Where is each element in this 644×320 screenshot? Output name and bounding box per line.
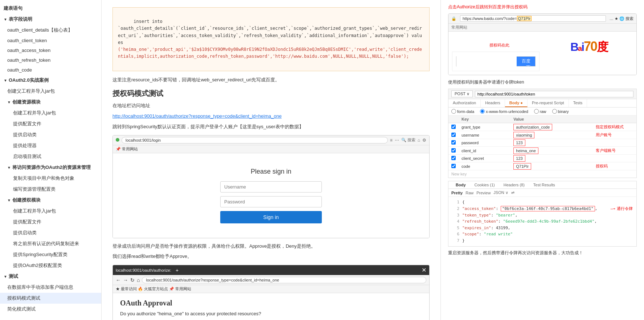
value-client-id[interactable]: heima_one — [513, 147, 538, 154]
row-ann-pass — [593, 139, 636, 147]
value-username[interactable]: xiaoming — [513, 132, 534, 138]
table-row: password 123 — [448, 139, 636, 147]
sidebar-item-qidongxm[interactable]: 启动项目测试 — [0, 151, 101, 162]
username-input[interactable] — [220, 181, 322, 193]
code-line1: insert into — [134, 19, 162, 24]
sidebar-item-shouquanmashice[interactable]: 授权码模式测试 — [0, 293, 101, 304]
close-tab-icon[interactable]: ✕ — [422, 267, 426, 274]
sidebar-item-zaishujuku[interactable]: 在数据库中手动添加客户端信息 — [0, 282, 101, 293]
subtab-pretty[interactable]: Pretty — [451, 191, 463, 195]
sidebar-toggle-biaozishuoming[interactable]: ▼ 表字段说明 — [0, 14, 101, 25]
back-icon[interactable]: ← — [116, 277, 121, 283]
tab-tests[interactable]: Tests — [569, 99, 587, 107]
tab-body[interactable]: Body ● — [505, 99, 528, 107]
sidebar-item-chuangjianfugong[interactable]: 创建父工程并导入jar包 — [0, 86, 101, 97]
browser-url-login[interactable]: localhost:9001/login — [122, 137, 388, 143]
baidu-search-button[interactable]: 百度一下 — [517, 57, 535, 66]
reload-icon[interactable]: ↻ — [130, 277, 135, 283]
sidebar-item-cjsq-oauth2peizhi[interactable]: 提供OAuth2授权配置类 — [0, 260, 101, 271]
chevron-down-icon: ▼ — [7, 100, 11, 104]
json-token-type: "token_type": "bearer", — [462, 212, 517, 219]
tab-pre-request[interactable]: Pre-request Script — [528, 99, 569, 107]
chevron-down-icon: ▼ — [4, 17, 7, 21]
checkbox-username[interactable] — [451, 133, 456, 137]
checkbox-client-secret[interactable] — [451, 156, 456, 160]
radio-form-data-input[interactable] — [451, 109, 456, 114]
sidebar-toggle-jiangyifang[interactable]: ▼ 将访问资源作为OAuth2的资源来管理 — [0, 162, 101, 173]
sidebar-item-cjsq-peizhi[interactable]: 提供配置文件 — [0, 216, 101, 227]
tab-headers[interactable]: Headers — [481, 99, 505, 107]
sidebar-item-jianbiaoyu[interactable]: 建表语句 — [0, 3, 101, 14]
sidebar-item-bianxiepeizhi[interactable]: 编写资源管理配置类 — [0, 184, 101, 195]
radio-raw[interactable]: raw — [534, 109, 546, 114]
sidebar-item-fuzhitianyong[interactable]: 复制天项目中用户和角色对象 — [0, 173, 101, 184]
browser-address-bar[interactable]: localhost:9001/oauth/authorize?response_… — [142, 277, 426, 283]
radio-binary-input[interactable] — [552, 109, 557, 114]
row-ann-csec — [593, 155, 636, 162]
result-tab-tests[interactable]: Test Results — [529, 181, 559, 189]
sidebar-item-tigongqidong[interactable]: 提供启动类 — [0, 129, 101, 140]
radio-form-data[interactable]: form-data — [451, 109, 474, 114]
value-grant[interactable]: authorization_code — [513, 124, 552, 130]
value-client-secret[interactable]: 123 — [513, 155, 525, 162]
lock-icon: 🔒 — [451, 16, 456, 21]
sidebar-item-cjsq-jar[interactable]: 创建工程并导入jar包 — [0, 206, 101, 216]
subtab-preview[interactable]: Preview — [476, 191, 491, 195]
sidebar-item-oauth-code[interactable]: oauth_code — [0, 65, 101, 75]
password-input[interactable] — [220, 196, 322, 207]
json-refresh-token: "refresh_token": "6eeed97e-ddd3-4c9b-99a… — [462, 218, 597, 225]
sidebar-toggle-chuangjianziyuan[interactable]: ▼ 创建资源模块 — [0, 97, 101, 108]
sidebar-item-cjzyms-jar[interactable]: 创建工程并导入jar包 — [0, 108, 101, 118]
baidu-url-bar[interactable]: https://www.baidu.com/?code=Q71PIr — [460, 15, 606, 22]
json-access-token: "access_token": "0bf6ce3a-146f-40c7-95ab… — [462, 206, 608, 212]
new-key-row[interactable]: New key — [448, 170, 636, 178]
sidebar-toggle-oauth2[interactable]: ▼ OAuth2.0实战案例 — [0, 75, 101, 86]
add-tab-icon[interactable]: + — [176, 267, 179, 273]
sidebar-item-tigongpeizhiwj[interactable]: 提供配置文件 — [0, 118, 101, 129]
sidebar-item-jianhuamoshi[interactable]: 简化模式测试 — [0, 304, 101, 315]
auth-url-link[interactable]: http://localhost:9001/oauth/authorize?re… — [112, 113, 282, 119]
checkbox-client-id[interactable] — [451, 148, 456, 153]
value-code[interactable]: Q71PIr — [513, 163, 531, 170]
home-icon2[interactable]: ⌂ — [137, 277, 140, 283]
sidebar-item-cjsq-springsecurity[interactable]: 提供SpringSecurity配置类 — [0, 249, 101, 260]
forward-icon[interactable]: → — [123, 277, 128, 283]
sidebar-item-oauth-client-details[interactable]: oauth_client_details【核心表】 — [0, 25, 101, 36]
result-json-line4: 4 "refresh_token": "6eeed97e-ddd3-4c9b-9… — [452, 218, 633, 225]
radio-raw-input[interactable] — [534, 109, 539, 114]
json-val-access-token: "0bf6ce3a-146f-40c7-95ab-c817b6ea4bd1" — [501, 206, 595, 211]
value-password[interactable]: 123 — [513, 139, 525, 146]
postman-url-input[interactable] — [475, 91, 633, 97]
sidebar-toggle-cjshouquan[interactable]: ▼ 创建授权模块 — [0, 195, 101, 206]
subtab-format[interactable]: ⇌ — [511, 190, 514, 195]
sidebar-item-oauth-access-token[interactable]: oauth_access_token — [0, 45, 101, 55]
tab-authorization[interactable]: Authorization — [448, 99, 481, 107]
radio-binary[interactable]: binary — [552, 109, 569, 114]
step1-text: 在地址栏访问地址 — [112, 102, 430, 110]
sidebar-item-oauth-client-token[interactable]: oauth_client_token — [0, 36, 101, 45]
sidebar-item-tigongchuliq[interactable]: 提供处理器 — [0, 140, 101, 151]
radio-urlencoded-input[interactable] — [480, 109, 485, 114]
checkbox-grant[interactable] — [451, 125, 456, 129]
sidebar-toggle-ceshi[interactable]: ▼ 测试 — [0, 271, 101, 282]
signin-button[interactable]: Sign in — [220, 211, 322, 223]
browser-action-icons: … ★ 🌐 搜索 — [610, 16, 633, 21]
baidu-search-input[interactable] — [456, 56, 517, 66]
result-tab-cookies[interactable]: Cookies (1) — [470, 181, 499, 189]
auth-url[interactable]: http://localhost:9001/oauth/authorize?re… — [112, 113, 430, 120]
footer-text: 重启资源服务器，然后携带通行令牌再次访问资源服务器，大功告成！ — [448, 250, 637, 256]
subtab-raw[interactable]: Raw — [465, 191, 473, 195]
sidebar-item-cjsq-fuzhidaima[interactable]: 将之前所有认证的代码复制进来 — [0, 238, 101, 249]
search-placeholder-label: 🔍 搜索 — [401, 137, 415, 143]
radio-urlencoded[interactable]: x-www-form-urlencoded — [480, 109, 528, 114]
table-row: username xiaoming 用户账号 — [448, 131, 636, 139]
sidebar-item-oauth-refresh-token[interactable]: oauth_refresh_token — [0, 55, 101, 65]
result-tab-body[interactable]: Body — [451, 181, 470, 189]
sidebar-item-cjsq-qidong[interactable]: 提供启动类 — [0, 227, 101, 238]
result-tab-headers[interactable]: Headers (8) — [499, 181, 529, 189]
checkbox-code[interactable] — [451, 164, 456, 168]
postman-method-select[interactable]: POST ∨ — [451, 90, 473, 97]
checkbox-password[interactable] — [451, 140, 456, 145]
subtab-json[interactable]: JSON ∨ — [493, 190, 508, 195]
row-ann-grant: 指定授权码模式 — [593, 123, 636, 131]
